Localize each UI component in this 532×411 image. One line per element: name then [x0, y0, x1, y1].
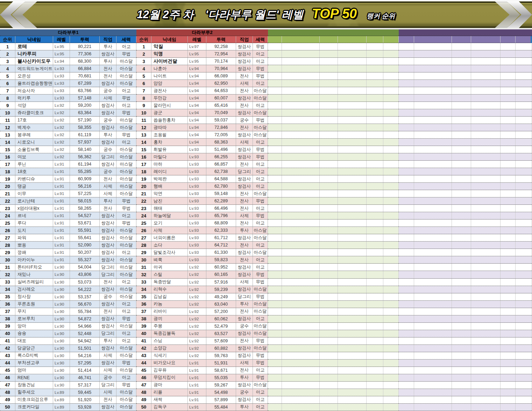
empty-cell — [383, 256, 399, 263]
faction-cell: 무법 — [253, 293, 268, 300]
faction-cell: 아스달 — [116, 271, 136, 278]
faction-cell: 아고 — [253, 168, 268, 175]
power-cell: 57,937 — [70, 139, 100, 146]
faction-cell: 아스달 — [253, 234, 268, 241]
job-cell: 쌍검사 — [100, 315, 116, 322]
job-cell: 쌍검사 — [100, 109, 116, 116]
empty-cell — [452, 234, 471, 241]
empty-cell — [282, 227, 320, 234]
empty-cell — [282, 330, 320, 337]
empty-cell — [268, 117, 282, 124]
rank-row: 29달빛조각사Lv.9361,330쌍검사아스달 — [136, 249, 268, 256]
empty-cell — [268, 139, 282, 146]
empty-row — [399, 286, 532, 293]
empty-cell — [452, 124, 471, 131]
rank-row: 45엄마Lv.9051,414사제아스달 — [0, 367, 136, 374]
empty-cell — [320, 389, 338, 396]
rank-cell: 27 — [0, 234, 15, 241]
empty-cell — [320, 271, 338, 278]
level-cell: Lv.91 — [53, 190, 70, 197]
rank-row: 5나이트Lv.9466,089전사무법 — [136, 72, 268, 80]
empty-cell — [501, 102, 516, 109]
empty-cell — [452, 109, 471, 116]
empty-cell — [383, 234, 399, 241]
level-cell: Lv.94 — [188, 139, 206, 146]
empty-cell — [399, 205, 414, 212]
empty-cell — [338, 197, 367, 204]
empty-cell — [452, 80, 471, 87]
empty-cell — [282, 109, 320, 116]
nickname-cell: 시로오니 — [15, 139, 53, 146]
empty-cell — [501, 279, 516, 286]
empty-cell — [367, 382, 383, 389]
empty-cell — [516, 102, 532, 109]
empty-cell — [414, 271, 452, 278]
empty-cell — [367, 323, 383, 330]
empty-cell — [452, 220, 471, 227]
level-cell: Lv.90 — [53, 279, 70, 286]
empty-cell — [383, 382, 399, 389]
power-cell: 61,119 — [70, 131, 100, 138]
empty-cell — [320, 175, 338, 182]
empty-cell — [516, 153, 532, 160]
faction-cell: 무법 — [253, 197, 268, 204]
faction-cell: 아고 — [253, 161, 268, 168]
empty-cell — [338, 102, 367, 109]
level-cell: Lv.93 — [53, 87, 70, 94]
rank-row: 21이무Lv.9157,225사제아스달 — [0, 190, 136, 197]
rank-row: 14시로오니Lv.9257,937쌍검사아고 — [0, 139, 136, 146]
empty-cell — [501, 271, 516, 278]
empty-cell — [452, 197, 471, 204]
empty-cell — [268, 124, 282, 131]
empty-cell — [320, 102, 338, 109]
empty-cell — [399, 293, 414, 300]
empty-cell — [501, 396, 516, 403]
nickname-cell: 깡패 — [15, 249, 53, 256]
empty-cell — [282, 301, 320, 308]
empty-cell — [501, 146, 516, 153]
empty-cell — [399, 117, 414, 124]
empty-cell — [452, 293, 471, 300]
empty-cell — [268, 109, 282, 116]
empty-cell — [367, 190, 383, 197]
empty-cell — [383, 220, 399, 227]
level-cell: Lv.90 — [53, 352, 70, 359]
empty-cell — [320, 345, 338, 352]
empty-cell — [383, 345, 399, 352]
job-cell: 사제 — [236, 80, 253, 87]
rank-cell: 2 — [0, 50, 15, 57]
empty-cell — [414, 315, 452, 322]
job-cell: 사제 — [100, 190, 116, 197]
empty-cell — [414, 374, 452, 381]
rank-row: 31아귀Lv.9260,952쌍검사아고 — [136, 264, 268, 271]
empty-cell — [471, 352, 501, 359]
empty-cell — [268, 72, 282, 79]
empty-cell — [282, 360, 320, 367]
power-cell: 55,591 — [70, 227, 100, 234]
empty-row — [268, 360, 399, 367]
rank-cell: 36 — [136, 301, 151, 308]
empty-cell — [320, 286, 338, 293]
job-cell: 투사 — [236, 404, 253, 411]
empty-cell — [268, 50, 282, 57]
level-cell: Lv.95 — [188, 50, 206, 57]
level-cell: Lv.90 — [53, 367, 70, 374]
nickname-cell: 새싹 — [151, 396, 188, 403]
power-cell: 66,089 — [206, 72, 236, 79]
empty-cell — [320, 374, 338, 381]
empty-cell — [516, 227, 532, 234]
level-cell: Lv.92 — [53, 153, 70, 160]
empty-cell — [501, 153, 516, 160]
faction-cell: 아고 — [116, 279, 136, 286]
empty-cell — [338, 183, 367, 190]
empty-cell — [501, 197, 516, 204]
empty-cell — [452, 337, 471, 344]
nickname-cell: 파워 — [15, 234, 53, 241]
faction-cell: 아스달 — [253, 301, 268, 308]
rank-cell: 17 — [136, 161, 151, 168]
empty-cell — [282, 256, 320, 263]
rank-row: 38로브루치Lv.9054,872쌍검사무법 — [0, 315, 136, 323]
empty-cell — [282, 65, 320, 72]
empty-row — [268, 72, 399, 80]
level-cell: Lv.93 — [53, 80, 70, 87]
